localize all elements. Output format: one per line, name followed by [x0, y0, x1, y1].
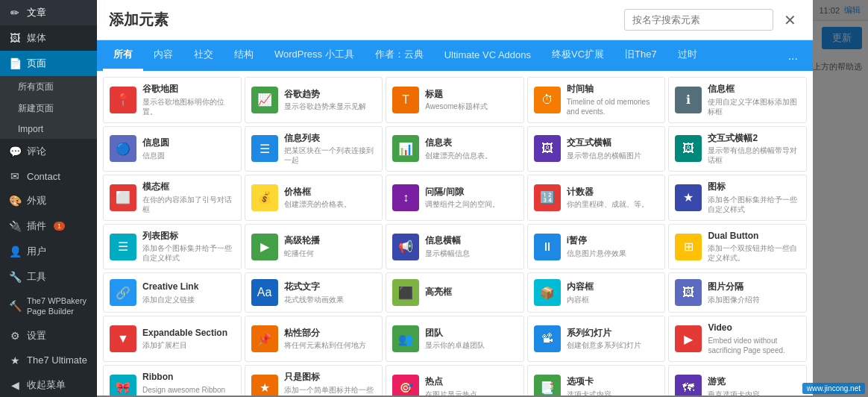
sidebar-item-posts[interactable]: ✏ 文章: [0, 0, 97, 25]
element-desc: 显示横幅信息: [425, 248, 518, 258]
element-item[interactable]: ⊞Dual Button添加一个双按钮并给一些自定义样式。: [668, 224, 807, 270]
element-item[interactable]: 📦内容框内容框: [527, 272, 666, 313]
sidebar-item-all-pages[interactable]: 所有页面: [0, 76, 97, 98]
element-desc: 使用自定义字体图标添加图标框: [708, 97, 800, 116]
tab-the7-ext[interactable]: 终极VC扩展: [541, 40, 614, 71]
element-item[interactable]: 👥团队显示你的卓越团队: [386, 316, 524, 362]
tab-wp-widget[interactable]: WordPress 小工具: [264, 40, 365, 71]
element-item[interactable]: ★图标添加各个图标集并给予一些自定义样式: [668, 175, 807, 221]
element-item[interactable]: 📍谷歌地图显示谷歌地图标明你的位置。: [103, 77, 242, 123]
sidebar-item-pages[interactable]: 📄 页面: [0, 51, 97, 76]
element-name: 高亮框: [425, 287, 518, 298]
sidebar-item-tools[interactable]: 🔧 工具: [0, 264, 97, 290]
element-item[interactable]: 📽系列幻灯片创建创意多系列幻灯片: [527, 316, 666, 362]
element-item[interactable]: ⏱时间轴Timeline of old memories and events.: [527, 77, 666, 123]
sidebar: ✏ 文章 🖼 媒体 📄 页面 所有页面 新建页面 Import 💬 评论 ✉ C…: [0, 0, 97, 397]
element-item[interactable]: 🔵信息圆信息圆: [103, 126, 242, 172]
element-desc: 添加各个图标集并给予一些自定义样式: [142, 243, 235, 263]
sidebar-item-the7ultimate[interactable]: ★ The7 Ultimate: [0, 348, 97, 372]
element-item[interactable]: ★只是图标添加一个简单图标并给一些自定义样式。: [245, 365, 383, 396]
element-name: 系列幻灯片: [567, 328, 659, 340]
element-icon: 🔗: [110, 279, 136, 306]
sidebar-item-settings[interactable]: ⚙ 设置: [0, 323, 97, 348]
element-name: 标题: [425, 89, 518, 101]
sidebar-item-comments[interactable]: 💬 评论: [0, 139, 97, 164]
element-item[interactable]: 🖼交互式横幅2显示带有信息的横幅带导对话框: [668, 126, 807, 172]
element-icon: 🎯: [392, 375, 419, 396]
element-text: 高亮框: [425, 287, 518, 300]
element-text: 问隔/间隙调整组件之间的空间。: [425, 187, 518, 210]
element-name: Creative Link: [142, 281, 235, 293]
sidebar-item-contact[interactable]: ✉ Contact: [0, 164, 97, 188]
tab-old-the7[interactable]: 旧The7: [614, 40, 667, 71]
element-item[interactable]: ↕问隔/间隙调整组件之间的空间。: [386, 175, 524, 221]
element-icon: 📈: [251, 87, 278, 113]
tab-more[interactable]: ...: [779, 42, 807, 70]
tab-social[interactable]: 社交: [183, 40, 224, 71]
element-item[interactable]: 📑选项卡选项卡式内容: [527, 365, 666, 396]
element-name: 信息横幅: [425, 235, 518, 247]
element-item[interactable]: 📊信息表创建漂亮的信息表。: [386, 126, 524, 172]
element-item[interactable]: 📌粘性部分将任何元素粘到任何地方: [245, 316, 383, 362]
modal-search-area: ✕: [624, 9, 801, 31]
tab-author[interactable]: 作者：云典: [365, 40, 434, 71]
tab-structure[interactable]: 结构: [224, 40, 264, 71]
element-item[interactable]: ▶VideoEmbed video without sacrificing Pa…: [668, 316, 807, 362]
sidebar-item-import[interactable]: Import: [0, 119, 97, 139]
element-item[interactable]: 🎀RibbonDesign awesome Ribbon styles: [103, 365, 242, 396]
add-element-modal: 添加元素 ✕ 所有 内容 社交 结构 WordPress 小工具 作者：云典 U…: [97, 0, 813, 396]
element-item[interactable]: ☰列表图标添加各个图标集并给予一些自定义样式: [103, 224, 242, 270]
element-desc: 垂直选项卡内容: [708, 390, 800, 396]
element-item[interactable]: ▼Expandable Section添加扩展栏目: [103, 316, 242, 362]
element-item[interactable]: ☰信息列表把某区块在一个列表连接到一起: [245, 126, 383, 172]
plugins-icon: 🔌: [9, 220, 21, 232]
tab-ult-addons[interactable]: Ultimate VC Addons: [434, 42, 541, 70]
element-item[interactable]: 🖼交互式横幅显示带信息的横幅图片: [527, 126, 666, 172]
element-name: 时间轴: [567, 84, 659, 96]
sidebar-item-users[interactable]: 👤 用户: [0, 239, 97, 264]
element-item[interactable]: ⬛高亮框: [386, 272, 524, 313]
element-item[interactable]: ⬜模态框在你的内容添加了引号对话框: [103, 175, 242, 221]
element-icon: 🗺: [675, 375, 702, 396]
element-search-input[interactable]: [624, 9, 773, 31]
tools-icon: 🔧: [9, 271, 21, 283]
tab-content[interactable]: 内容: [143, 40, 183, 71]
element-text: 信息圆信息圆: [142, 137, 235, 160]
element-item[interactable]: ⏸i暂停信息图片悬停效果: [527, 224, 666, 270]
element-item[interactable]: ℹ信息框使用自定义字体图标添加图标框: [668, 77, 807, 123]
element-item[interactable]: 📢信息横幅显示横幅信息: [386, 224, 524, 270]
element-item[interactable]: 🗺游览垂直选项卡内容: [668, 365, 807, 396]
sidebar-item-appearance[interactable]: 🎨 外观: [0, 188, 97, 213]
element-item[interactable]: 🔗Creative Link添加自定义链接: [103, 272, 242, 313]
sidebar-item-media[interactable]: 🖼 媒体: [0, 25, 97, 51]
sidebar-item-plugins[interactable]: 🔌 插件 1: [0, 213, 97, 239]
element-icon: 📑: [534, 375, 561, 396]
modal-close-button[interactable]: ✕: [779, 10, 801, 31]
element-item[interactable]: 🎯热点在图片显示热点: [386, 365, 524, 396]
element-item[interactable]: 💰价格框创建漂亮的价格表。: [245, 175, 383, 221]
sidebar-item-label: Contact: [27, 171, 60, 182]
element-item[interactable]: 🖼图片分隔添加图像介绍符: [668, 272, 807, 313]
element-name: 计数器: [567, 187, 659, 198]
element-name: 高级轮播: [284, 235, 377, 247]
element-name: 团队: [425, 328, 518, 340]
appearance-icon: 🎨: [9, 195, 21, 207]
element-item[interactable]: ▶高级轮播蛇播任何: [245, 224, 383, 270]
element-item[interactable]: T标题Awesome标题样式: [386, 77, 524, 123]
sidebar-item-new-page[interactable]: 新建页面: [0, 98, 97, 119]
element-desc: 显示你的卓越团队: [425, 340, 518, 350]
element-desc: 在图片显示热点: [425, 390, 518, 396]
sidebar-item-label: 收起菜单: [27, 378, 66, 392]
tab-all[interactable]: 所有: [103, 40, 143, 71]
element-text: VideoEmbed video without sacrificing Pag…: [708, 322, 800, 355]
element-name: Ribbon: [142, 372, 235, 384]
tab-deprecated[interactable]: 过时: [667, 40, 708, 71]
sidebar-item-collapse[interactable]: ◀ 收起菜单: [0, 372, 97, 397]
element-desc: 你的里程碑、成就、等。: [567, 199, 659, 209]
element-text: 价格框创建漂亮的价格表。: [284, 187, 377, 210]
element-item[interactable]: 🔢计数器你的里程碑、成就、等。: [527, 175, 666, 221]
sidebar-item-builder[interactable]: 🔨 The7 WPBakery Page Builder: [0, 290, 97, 323]
element-item[interactable]: 📈谷歌趋势显示谷歌趋势来显示见解: [245, 77, 383, 123]
element-text: 信息表创建漂亮的信息表。: [425, 137, 518, 160]
element-item[interactable]: Aa花式文字花式线带动画效果: [245, 272, 383, 313]
